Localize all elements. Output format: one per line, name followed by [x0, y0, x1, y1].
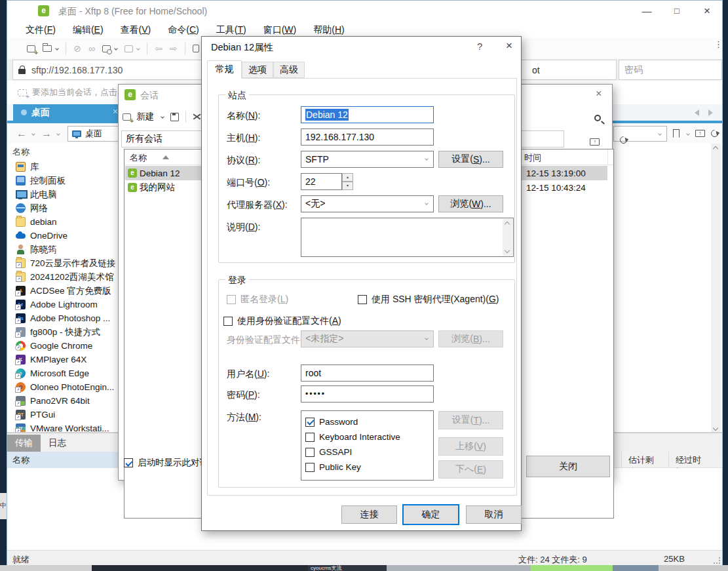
tab-log[interactable]: 日志: [41, 435, 74, 452]
method-row[interactable]: Password: [305, 414, 433, 429]
cut-icon[interactable]: [193, 113, 201, 121]
remote-scrollbar[interactable]: [711, 144, 721, 433]
transfer-header-col[interactable]: 估计剩余...: [621, 452, 668, 468]
tree-item-label: debian: [30, 217, 57, 227]
add-session-icon[interactable]: [18, 89, 27, 96]
tab-transfer[interactable]: 传输: [7, 435, 41, 452]
bookmark-dropdown-icon[interactable]: [686, 132, 690, 136]
save-icon[interactable]: [170, 113, 179, 121]
auth-profile-checkbox[interactable]: [223, 317, 233, 326]
new-session-button[interactable]: 新建: [123, 111, 164, 123]
folder-up-icon[interactable]: ↑: [695, 130, 705, 137]
ssh-agent-checkbox[interactable]: [358, 295, 367, 304]
menu-item-3[interactable]: 命令(C): [168, 24, 199, 36]
side-dock-tab[interactable]: 中: [0, 493, 7, 519]
cancel-button[interactable]: 取消: [466, 505, 522, 524]
scroll-down-icon[interactable]: [713, 425, 718, 431]
help-icon[interactable]: ?: [477, 41, 482, 52]
quick-password-field[interactable]: 密码: [619, 60, 722, 80]
proxy-combo[interactable]: <无>: [301, 195, 434, 212]
menu-item-6[interactable]: 帮助(H): [313, 24, 344, 36]
properties-close-icon[interactable]: ×: [506, 39, 512, 52]
back-icon[interactable]: ⇦: [155, 43, 163, 54]
disconnect-icon[interactable]: ⊘: [73, 43, 81, 54]
transfer-header-col[interactable]: 经过时间: [668, 452, 714, 468]
textarea-scrollbar[interactable]: [503, 219, 512, 256]
tree-item-label: Microsoft Edge: [30, 368, 89, 378]
scroll-up-icon[interactable]: [713, 146, 718, 151]
close-session-dialog-button[interactable]: 关闭: [526, 456, 610, 477]
i-km-icon: K: [16, 355, 26, 364]
name-input[interactable]: Debian 12: [301, 106, 434, 123]
menu-item-1[interactable]: 编辑(E): [73, 24, 104, 36]
port-spin-up[interactable]: ▴: [342, 173, 353, 182]
auth-profile-option[interactable]: 使用身份验证配置文件(A): [223, 315, 341, 327]
method-row[interactable]: Public Key: [305, 460, 433, 475]
protocol-settings-button[interactable]: 设置(S)...: [438, 151, 503, 168]
search-icon[interactable]: [594, 115, 601, 121]
tab-advanced[interactable]: 高级: [273, 62, 305, 78]
new-session-icon[interactable]: [27, 45, 35, 52]
nav-forward-icon[interactable]: →: [41, 128, 52, 140]
forward-icon[interactable]: ⇨: [170, 43, 178, 54]
description-textarea[interactable]: [301, 218, 514, 257]
method-checkbox[interactable]: [305, 433, 315, 442]
menu-item-5[interactable]: 窗口(W): [263, 24, 297, 36]
i-edge-icon: e: [16, 368, 26, 378]
refresh-icon[interactable]: [710, 128, 720, 139]
protocol-combo[interactable]: SFTP: [301, 151, 434, 168]
session-dialog-close-icon[interactable]: ×: [596, 88, 602, 100]
startup-checkbox[interactable]: [124, 458, 133, 467]
tab-scroll-left-icon[interactable]: [695, 109, 699, 116]
close-button[interactable]: ×: [692, 1, 722, 22]
method-row[interactable]: Keyboard Interactive: [305, 429, 433, 444]
host-input[interactable]: 192.168.177.130: [301, 128, 434, 146]
open-folder-icon[interactable]: [43, 43, 58, 54]
password-input[interactable]: •••••: [301, 385, 434, 403]
resize-grip[interactable]: [714, 557, 720, 564]
address-value: sftp://192.168.177.130: [31, 65, 123, 75]
title-bar[interactable]: e 桌面 - Xftp 8 (Free for Home/School) — □…: [7, 1, 722, 22]
menu-item-4[interactable]: 工具(T): [216, 24, 246, 36]
tab-options[interactable]: 选项: [242, 62, 273, 78]
i-ps-icon: Ps: [16, 313, 26, 323]
proxy-browse-button[interactable]: 浏览(W)...: [438, 195, 503, 212]
port-spin-down[interactable]: ▾: [342, 182, 353, 190]
tab-close-icon[interactable]: ×: [113, 106, 118, 117]
method-row[interactable]: GSSAPI: [305, 444, 433, 460]
status-size: 25KB: [664, 554, 685, 564]
name-label: 名称(N):: [227, 110, 260, 122]
minimize-button[interactable]: —: [632, 1, 662, 22]
menu-item-0[interactable]: 文件(F): [26, 24, 56, 36]
maximize-button[interactable]: □: [662, 1, 692, 22]
ssh-agent-option[interactable]: 使用 SSH 密钥代理(Xagent)(G): [358, 294, 499, 305]
properties-titlebar[interactable]: Debian 12属性 ? ×: [202, 37, 521, 56]
nav-back-icon[interactable]: ←: [16, 128, 27, 140]
i-folder-lnk-icon: [16, 272, 26, 282]
method-checkbox[interactable]: [305, 418, 315, 427]
session-properties-icon[interactable]: [102, 43, 117, 54]
i-olo-icon: O: [16, 382, 26, 392]
quick-user-field[interactable]: ot: [505, 60, 617, 80]
username-input[interactable]: root: [301, 364, 434, 382]
method-list[interactable]: PasswordKeyboard InteractiveGSSAPIPublic…: [301, 410, 434, 481]
session-time: 12-15 10:43:24: [526, 183, 586, 193]
menu-item-2[interactable]: 查看(V): [121, 24, 151, 36]
method-label: Password: [319, 417, 358, 427]
port-input[interactable]: 22: [301, 173, 342, 190]
lock-icon: [18, 69, 26, 74]
method-checkbox[interactable]: [305, 448, 315, 457]
connect-link-icon[interactable]: ∞: [88, 43, 95, 54]
toolbar-overflow-icon[interactable]: ⋮: [714, 43, 717, 46]
session-folder-up-icon[interactable]: ↑: [590, 138, 600, 146]
connect-button[interactable]: 连接: [341, 505, 397, 524]
tree-item-label: Google Chrome: [30, 341, 92, 351]
method-checkbox[interactable]: [305, 463, 315, 472]
tab-general[interactable]: 常规: [207, 60, 242, 79]
run-icon[interactable]: [125, 43, 140, 54]
tab-scroll-right-icon[interactable]: [708, 109, 713, 116]
bookmark-icon[interactable]: [673, 129, 680, 138]
anonymous-checkbox[interactable]: [227, 295, 236, 304]
copy-icon[interactable]: [193, 45, 199, 52]
ok-button[interactable]: 确定: [402, 504, 459, 525]
